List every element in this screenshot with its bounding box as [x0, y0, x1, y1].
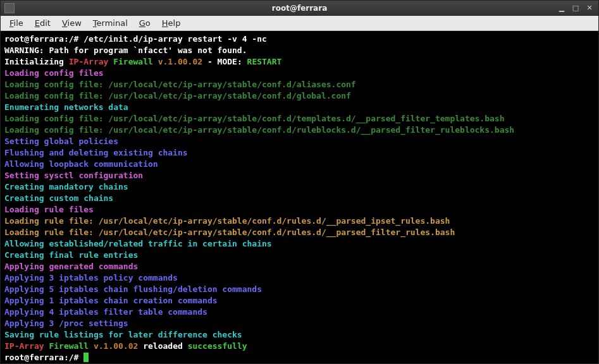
output-line: Saving rule listings for later differenc… [4, 330, 242, 339]
output-line: Creating final rule entries [4, 250, 138, 260]
output-line: Initializing [4, 57, 69, 66]
output-line: Loading config files [4, 68, 104, 78]
window-buttons: ▁ □ ✕ [557, 4, 598, 13]
command-text: /etc/init.d/ip-array restart -v 4 -nc [83, 34, 267, 44]
output-line: v.1.00.02 [94, 341, 138, 351]
output-line: Applying 4 iptables filter table command… [4, 307, 207, 317]
output-line: Applying generated commands [4, 262, 138, 271]
output-line: Loading config file: /usr/local/etc/ip-a… [4, 80, 356, 89]
menu-view[interactable]: View [57, 17, 87, 29]
output-line: Applying 1 iptables chain creation comma… [4, 296, 218, 305]
output-line: WARNING: Path for program `nfacct' was n… [4, 46, 247, 55]
output-line: Flushing and deleting existing chains [4, 148, 188, 157]
cursor-block [83, 353, 89, 362]
output-line: Firewall [49, 341, 93, 351]
prompt: root@ferrara:/# [4, 34, 83, 44]
prompt: root@ferrara:/# [4, 353, 83, 362]
menu-bar: File Edit View Terminal Go Help [1, 16, 598, 31]
output-line: IP-Array [69, 57, 113, 66]
output-line: Creating custom chains [4, 193, 113, 203]
menu-edit[interactable]: Edit [30, 17, 56, 29]
maximize-button[interactable]: □ [571, 4, 581, 13]
output-line: Loading config file: /usr/local/etc/ip-a… [4, 91, 351, 100]
output-line: Firewall [113, 57, 157, 66]
output-line: Allowing established/related traffic in … [4, 239, 272, 248]
output-line: Loading rule files [4, 205, 94, 214]
output-line: Loading config file: /usr/local/etc/ip-a… [4, 125, 514, 135]
output-line: Applying 3 iptables policy commands [4, 273, 178, 282]
output-line: v.1.00.02 [158, 57, 202, 66]
output-line: Loading config file: /usr/local/etc/ip-a… [4, 114, 505, 123]
window-titlebar: root@ferrara ▁ □ ✕ [1, 1, 598, 16]
output-line: Setting global policies [4, 136, 118, 146]
output-line: Applying 5 iptables chain flushing/delet… [4, 284, 262, 294]
app-icon [4, 3, 15, 13]
window-title: root@ferrara [272, 4, 327, 13]
menu-file[interactable]: File [4, 17, 28, 29]
output-line: Applying 3 /proc settings [4, 318, 128, 328]
menu-help[interactable]: Help [157, 17, 186, 29]
close-button[interactable]: ✕ [584, 4, 595, 13]
output-line: reloaded [138, 341, 187, 351]
menu-terminal[interactable]: Terminal [88, 17, 133, 29]
menu-go[interactable]: Go [134, 17, 156, 29]
output-line: successfully [188, 341, 247, 351]
output-line: - MODE: [202, 57, 247, 66]
output-line: Setting sysctl configuration [4, 171, 143, 180]
output-line: IP-Array [4, 341, 49, 351]
minimize-button[interactable]: ▁ [557, 4, 567, 13]
terminal-output[interactable]: root@ferrara:/# /etc/init.d/ip-array res… [1, 31, 598, 363]
output-line: Loading rule file: /usr/local/etc/ip-arr… [4, 228, 455, 237]
output-line: RESTART [247, 57, 282, 66]
output-line: Allowing loopback communication [4, 159, 158, 169]
output-line: Creating mandatory chains [4, 182, 128, 191]
output-line: Loading rule file: /usr/local/etc/ip-arr… [4, 216, 450, 226]
output-line: Enumerating networks data [4, 102, 128, 112]
